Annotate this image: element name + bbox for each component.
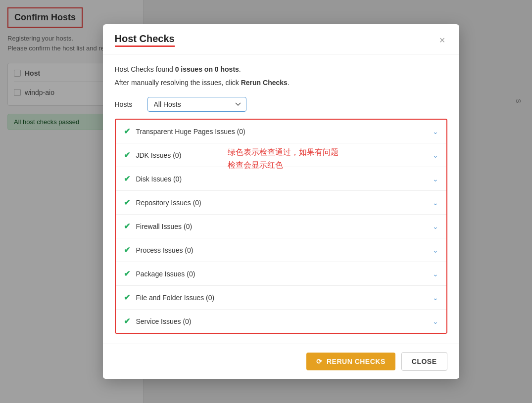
chevron-down-icon: ⌄	[433, 246, 438, 254]
chevron-down-icon: ⌄	[433, 223, 438, 230]
chevron-down-icon: ⌄	[433, 151, 438, 159]
check-label: Disk Issues (0)	[136, 175, 182, 183]
modal-header: Host Checks ×	[103, 24, 459, 54]
modal-body: Host Checks found 0 issues on 0 hosts. A…	[103, 54, 459, 344]
summary-line1: Host Checks found 0 issues on 0 hosts.	[115, 64, 447, 75]
modal-overlay: Host Checks × Host Checks found 0 issues…	[0, 0, 532, 403]
check-label: Process Issues (0)	[136, 246, 193, 254]
pass-icon: ✔	[124, 150, 130, 160]
checks-container: ✔ Transparent Huge Pages Issues (0) ⌄ ✔ …	[115, 119, 447, 334]
hosts-select[interactable]: All Hosts	[147, 97, 246, 112]
pass-icon: ✔	[124, 245, 130, 255]
check-item-disk[interactable]: ✔ Disk Issues (0) ⌄	[116, 167, 446, 191]
check-item-jdk[interactable]: ✔ JDK Issues (0) ⌄	[116, 143, 446, 167]
check-item-service[interactable]: ✔ Service Issues (0) ⌄	[116, 310, 446, 333]
check-item-repository[interactable]: ✔ Repository Issues (0) ⌄	[116, 191, 446, 215]
check-label: Transparent Huge Pages Issues (0)	[136, 128, 245, 135]
chevron-down-icon: ⌄	[433, 294, 438, 302]
pass-icon: ✔	[124, 174, 130, 183]
check-item-firewall[interactable]: ✔ Firewall Issues (0) ⌄	[116, 215, 446, 238]
host-filter-row: Hosts All Hosts	[115, 97, 447, 112]
check-label: Service Issues (0)	[136, 317, 192, 325]
pass-icon: ✔	[124, 293, 130, 302]
summary-line2: After manually resolving the issues, cli…	[115, 78, 447, 88]
modal-footer: ⟳ RERUN CHECKS CLOSE	[103, 344, 459, 379]
check-item-package[interactable]: ✔ Package Issues (0) ⌄	[116, 262, 446, 286]
check-label: Package Issues (0)	[136, 270, 195, 278]
check-item-file-folder[interactable]: ✔ File and Folder Issues (0) ⌄	[116, 286, 446, 310]
check-label: Repository Issues (0)	[136, 199, 201, 207]
modal-title: Host Checks	[115, 33, 175, 47]
pass-icon: ✔	[124, 269, 130, 278]
rerun-icon: ⟳	[316, 358, 323, 365]
chevron-down-icon: ⌄	[433, 317, 438, 325]
pass-icon: ✔	[124, 198, 130, 207]
rerun-checks-button[interactable]: ⟳ RERUN CHECKS	[306, 353, 395, 370]
pass-icon: ✔	[124, 316, 130, 326]
chevron-down-icon: ⌄	[433, 199, 438, 207]
check-label: File and Folder Issues (0)	[136, 294, 215, 302]
check-label: Firewall Issues (0)	[136, 223, 193, 230]
rerun-link-text: Rerun Checks	[241, 79, 288, 87]
pass-icon: ✔	[124, 127, 130, 136]
host-checks-modal: Host Checks × Host Checks found 0 issues…	[103, 24, 459, 379]
modal-close-x-button[interactable]: ×	[437, 33, 447, 47]
chevron-down-icon: ⌄	[433, 175, 438, 183]
check-item-transparent-huge-pages[interactable]: ✔ Transparent Huge Pages Issues (0) ⌄	[116, 120, 446, 143]
hosts-label: Hosts	[115, 100, 140, 108]
check-label: JDK Issues (0)	[136, 151, 182, 159]
close-button[interactable]: CLOSE	[401, 352, 447, 371]
pass-icon: ✔	[124, 222, 130, 231]
chevron-down-icon: ⌄	[433, 128, 438, 135]
check-item-process[interactable]: ✔ Process Issues (0) ⌄	[116, 238, 446, 262]
issues-count: 0 issues on 0 hosts	[175, 65, 239, 73]
chevron-down-icon: ⌄	[433, 270, 438, 278]
